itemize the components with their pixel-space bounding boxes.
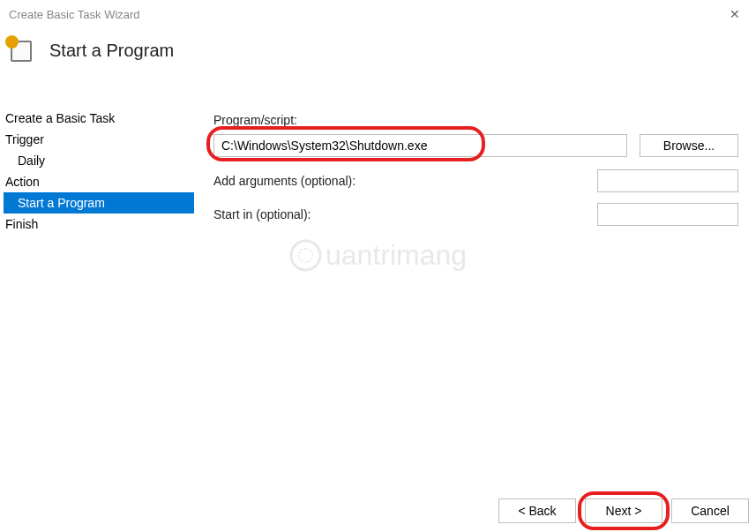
close-icon[interactable]: ✕ [722,4,747,25]
start-in-input[interactable] [597,203,738,226]
next-button[interactable]: Next > [585,498,662,523]
content-area: Create a Basic Task Trigger Daily Action… [0,108,756,490]
main-panel: Program/script: Browse... Add arguments … [194,108,756,490]
sidebar-item-action[interactable]: Action [4,171,194,192]
window-title: Create Basic Task Wizard [9,8,140,21]
sidebar-item-start-a-program[interactable]: Start a Program [4,192,194,214]
browse-button[interactable]: Browse... [640,134,738,157]
sidebar-item-daily[interactable]: Daily [4,150,194,171]
sidebar-item-trigger[interactable]: Trigger [4,129,194,150]
add-arguments-label: Add arguments (optional): [213,174,356,188]
task-scheduler-icon [7,37,34,64]
wizard-steps-sidebar: Create a Basic Task Trigger Daily Action… [0,108,194,490]
sidebar-item-finish[interactable]: Finish [4,214,194,235]
add-arguments-input[interactable] [597,169,738,192]
start-in-label: Start in (optional): [213,207,311,221]
wizard-footer: < Back Next > Cancel [0,490,756,532]
titlebar: Create Basic Task Wizard ✕ [0,0,756,28]
program-script-input[interactable] [213,134,627,157]
sidebar-item-create-basic-task[interactable]: Create a Basic Task [4,108,194,129]
cancel-button[interactable]: Cancel [671,498,749,523]
program-script-label: Program/script: [213,113,297,127]
page-title: Start a Program [49,41,174,61]
wizard-header: Start a Program [0,28,756,79]
back-button[interactable]: < Back [498,498,576,523]
